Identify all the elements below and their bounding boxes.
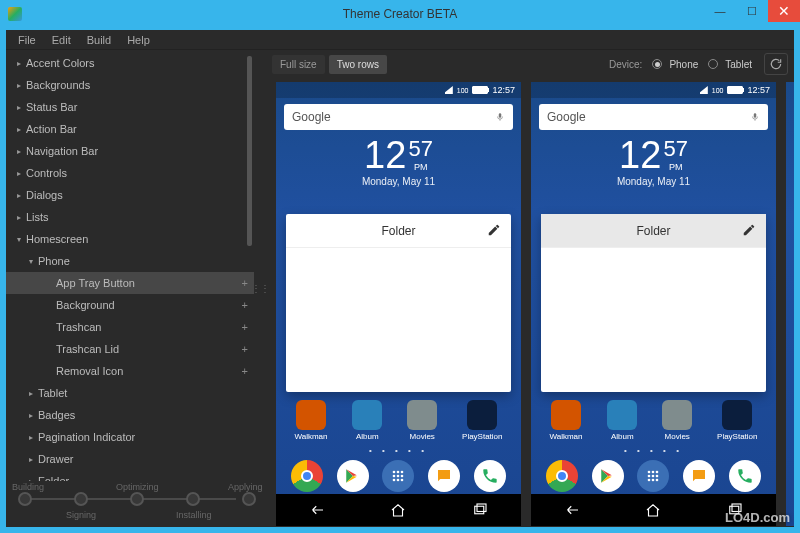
radio-tablet[interactable] [708,59,718,69]
phone-icon[interactable] [474,460,506,492]
radio-phone-label[interactable]: Phone [669,59,698,70]
back-icon[interactable] [563,501,581,519]
svg-point-5 [397,475,400,478]
svg-rect-22 [730,506,739,514]
preview-scroll[interactable]: 100 12:57 Google 12 57 [266,78,794,527]
close-button[interactable]: ✕ [768,0,800,22]
refresh-button[interactable] [764,53,788,75]
tree-item[interactable]: ▸Status Bar [6,96,254,118]
main-split: ▸Accent Colors ▸Backgrounds ▸Status Bar … [6,50,794,527]
recent-icon[interactable] [471,501,489,519]
playstore-icon[interactable] [337,460,369,492]
maximize-button[interactable]: ☐ [736,0,768,22]
tree-item[interactable]: ▾Phone [6,250,254,272]
svg-point-1 [393,471,396,474]
battery-level: 100 [712,87,724,94]
google-search-bar[interactable]: Google [284,104,513,130]
signal-icon [698,86,708,94]
clock-minutes: 57 [408,138,432,160]
tree-item[interactable]: ▸Pagination Indicator [6,426,254,448]
tree[interactable]: ▸Accent Colors ▸Backgrounds ▸Status Bar … [6,50,254,481]
tree-item[interactable]: Trashcan Lid+ [6,338,254,360]
nav-bar [276,494,521,526]
tree-label: Background [56,299,115,311]
home-icon[interactable] [644,501,662,519]
tree-label: Backgrounds [26,79,90,91]
app-album[interactable]: Album [352,400,382,441]
tree-item[interactable]: ▸Action Bar [6,118,254,140]
fullsize-button[interactable]: Full size [272,55,325,74]
phone-statusbar: 100 12:57 [276,82,521,98]
chevron-down-icon: ▾ [24,257,38,266]
pagination-dots: • • • • • [531,446,776,455]
tworows-button[interactable]: Two rows [329,55,387,74]
tree-item[interactable]: ▸Badges [6,404,254,426]
svg-point-18 [656,475,659,478]
messaging-icon[interactable] [683,460,715,492]
messaging-icon[interactable] [428,460,460,492]
tree-item[interactable]: ▸Drawer [6,448,254,470]
pencil-icon[interactable] [742,223,756,237]
minimize-button[interactable]: — [704,0,736,22]
clock-minutes: 57 [663,138,687,160]
svg-point-15 [656,471,659,474]
menu-help[interactable]: Help [119,32,158,48]
progress-step [186,492,200,506]
menubar: File Edit Build Help [6,30,794,50]
tree-label: Tablet [38,387,67,399]
tree-item[interactable]: ▸Accent Colors [6,52,254,74]
menu-file[interactable]: File [10,32,44,48]
app-walkman[interactable]: Walkman [294,400,327,441]
tree-item[interactable]: ▸Folder [6,470,254,481]
tree-label: Status Bar [26,101,77,113]
svg-point-17 [652,475,655,478]
radio-tablet-label[interactable]: Tablet [725,59,752,70]
tree-label: Phone [38,255,70,267]
app-movies[interactable]: Movies [662,400,692,441]
back-icon[interactable] [308,501,326,519]
tree-item[interactable]: Removal Icon+ [6,360,254,382]
tree-label: Dialogs [26,189,63,201]
mic-icon [750,110,760,124]
app-playstation[interactable]: PlayStation [462,400,502,441]
tree-item[interactable]: ▸Dialogs [6,184,254,206]
scrollbar-thumb[interactable] [247,56,252,246]
chrome-icon[interactable] [291,460,323,492]
tree-item[interactable]: Background+ [6,294,254,316]
phone-icon[interactable] [729,460,761,492]
tree-item-app-tray-button[interactable]: App Tray Button+ [6,272,254,294]
phone-preview: 100 12:57 Google 12 57 [531,82,776,526]
app-walkman[interactable]: Walkman [549,400,582,441]
tree-item[interactable]: ▸Lists [6,206,254,228]
menu-build[interactable]: Build [79,32,119,48]
google-search-bar[interactable]: Google [539,104,768,130]
playstore-icon[interactable] [592,460,624,492]
chevron-right-icon: ▸ [12,125,26,134]
tree-item[interactable]: ▸Navigation Bar [6,140,254,162]
app-tray-icon[interactable] [637,460,669,492]
tree-item[interactable]: ▸Tablet [6,382,254,404]
app-label: PlayStation [462,432,502,441]
app-movies[interactable]: Movies [407,400,437,441]
tree-item[interactable]: ▸Backgrounds [6,74,254,96]
app-album[interactable]: Album [607,400,637,441]
tree-scrollbar[interactable] [247,56,252,475]
progress-label: Applying [228,482,263,492]
pencil-icon[interactable] [487,223,501,237]
app-tray-icon[interactable] [382,460,414,492]
svg-point-21 [656,479,659,482]
progress-step [18,492,32,506]
app-row: Walkman Album Movies PlayStation [531,400,776,441]
tree-item[interactable]: ▾Homescreen [6,228,254,250]
dock [276,460,521,492]
tree-item[interactable]: Trashcan+ [6,316,254,338]
progress-step [74,492,88,506]
home-icon[interactable] [389,501,407,519]
tree-item[interactable]: ▸Controls [6,162,254,184]
recent-icon[interactable] [726,501,744,519]
splitter-handle[interactable]: ⋮⋮ [254,50,266,527]
menu-edit[interactable]: Edit [44,32,79,48]
chrome-icon[interactable] [546,460,578,492]
radio-phone[interactable] [652,59,662,69]
app-playstation[interactable]: PlayStation [717,400,757,441]
